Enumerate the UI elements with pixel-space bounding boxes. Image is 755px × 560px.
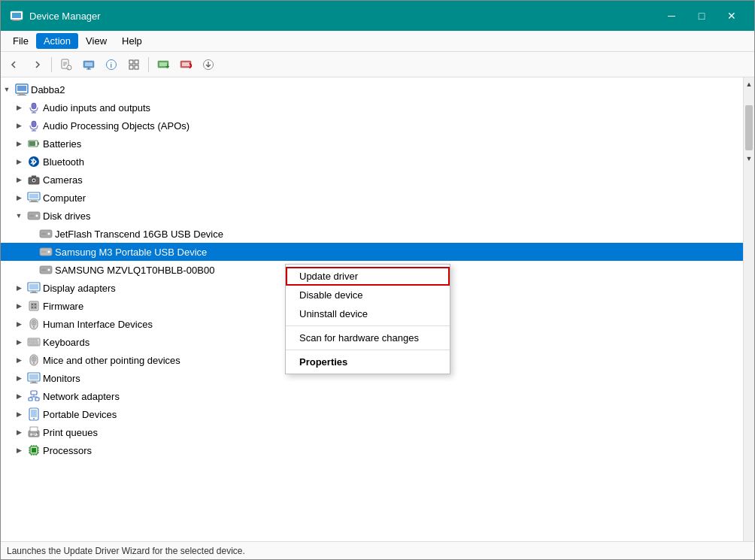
svg-rect-79 — [34, 340, 35, 341]
tree-root[interactable]: ▼ Dabba2 — [1, 80, 743, 98]
add-button[interactable]: + — [153, 55, 174, 74]
ctx-properties[interactable]: Properties — [286, 353, 450, 371]
update-driver-button[interactable] — [78, 55, 99, 74]
info-button[interactable]: i — [101, 55, 122, 74]
svg-rect-11 — [85, 62, 92, 66]
scrollbar[interactable]: ▲ ▼ — [743, 77, 754, 541]
root-toggle[interactable]: ▼ — [1, 86, 13, 93]
svg-rect-105 — [30, 427, 38, 431]
firmware-toggle[interactable]: ▶ — [13, 302, 25, 310]
mice-toggle[interactable]: ▶ — [13, 356, 25, 364]
svg-rect-17 — [129, 65, 133, 69]
tree-item-computer[interactable]: ▶ Computer — [1, 189, 743, 207]
tree-item-network[interactable]: ▶ Network adapters — [1, 387, 743, 405]
svg-point-57 — [47, 250, 50, 253]
svg-rect-49 — [29, 201, 38, 202]
title-bar-left: Device Manager — [10, 9, 101, 23]
tree-item-processors[interactable]: ▶ — [1, 441, 743, 459]
svg-point-71 — [35, 307, 36, 308]
close-button[interactable]: ✕ — [718, 6, 745, 26]
tree-item-jetflash[interactable]: JetFlash Transcend 16GB USB Device — [1, 225, 743, 243]
samsung-mz-label: SAMSUNG MZVLQ1T0HBLB-00B00 — [55, 265, 214, 276]
jetflash-icon — [39, 227, 53, 241]
svg-point-103 — [33, 418, 35, 419]
menu-action[interactable]: Action — [36, 33, 78, 49]
toolbar: i i — [1, 52, 754, 77]
svg-rect-15 — [129, 60, 133, 64]
tree-item-batteries[interactable]: ▶ Batteries — [1, 135, 743, 153]
menu-bar: File Action View Help — [1, 31, 754, 52]
network-toggle[interactable]: ▶ — [13, 392, 25, 400]
status-bar: Launches the Update Driver Wizard for th… — [1, 541, 754, 559]
maximize-button[interactable]: □ — [688, 6, 715, 26]
menu-view[interactable]: View — [78, 33, 114, 49]
tree-item-print[interactable]: ▶ Print queues — [1, 423, 743, 441]
firmware-icon — [27, 299, 41, 313]
cameras-toggle[interactable]: ▶ — [13, 176, 25, 183]
bluetooth-toggle[interactable]: ▶ — [13, 158, 25, 165]
tree-item-bluetooth[interactable]: ▶ Bluetooth — [1, 153, 743, 171]
audio-proc-toggle[interactable]: ▶ — [13, 122, 25, 129]
back-button[interactable] — [4, 55, 25, 74]
svg-rect-82 — [32, 342, 36, 344]
scroll-down[interactable]: ▼ — [744, 152, 754, 165]
monitors-label: Monitors — [43, 373, 80, 384]
svg-point-45 — [33, 180, 35, 182]
svg-text:i: i — [68, 65, 69, 70]
hid-label: Human Interface Devices — [43, 319, 153, 330]
grid-button[interactable] — [123, 55, 144, 74]
tree-item-audio-io[interactable]: ▶ Audio inputs and outputs — [1, 98, 743, 117]
download-button[interactable] — [198, 55, 219, 74]
scroll-thumb[interactable] — [745, 105, 753, 150]
processors-label: Processors — [43, 445, 92, 456]
svg-rect-107 — [32, 434, 36, 434]
ctx-sep-1 — [286, 325, 450, 326]
print-toggle[interactable]: ▶ — [13, 428, 25, 436]
tree-item-cameras[interactable]: ▶ Cameras — [1, 171, 743, 189]
print-icon — [27, 425, 41, 439]
svg-rect-91 — [32, 381, 36, 383]
scroll-up[interactable]: ▲ — [744, 77, 754, 90]
svg-rect-83 — [37, 342, 38, 344]
device-manager-window: Device Manager ─ □ ✕ File Action View He… — [0, 0, 755, 560]
ctx-uninstall-device[interactable]: Uninstall device — [286, 304, 450, 323]
ctx-update-driver[interactable]: Update driver — [286, 267, 450, 286]
mice-icon — [27, 353, 41, 367]
svg-rect-78 — [32, 340, 33, 341]
tree-item-disk-drives[interactable]: ▼ Disk drives — [1, 207, 743, 225]
monitors-icon — [27, 371, 41, 385]
svg-rect-64 — [32, 291, 36, 292]
tree-item-portable[interactable]: ▶ Portable Devices — [1, 405, 743, 423]
remove-button[interactable]: ✕ — [175, 55, 196, 74]
computer-toggle[interactable]: ▶ — [13, 194, 25, 201]
display-toggle[interactable]: ▶ — [13, 284, 25, 292]
properties-button[interactable]: i — [56, 55, 77, 74]
minimize-button[interactable]: ─ — [658, 6, 685, 26]
audio-io-toggle[interactable]: ▶ — [13, 104, 25, 111]
ctx-disable-device[interactable]: Disable device — [286, 286, 450, 304]
svg-rect-47 — [29, 194, 38, 198]
svg-rect-3 — [12, 20, 21, 21]
hid-icon — [27, 317, 41, 331]
svg-point-70 — [32, 307, 33, 308]
hid-toggle[interactable]: ▶ — [13, 320, 25, 328]
ctx-scan-hardware[interactable]: Scan for hardware changes — [286, 328, 450, 347]
audio-io-icon — [27, 101, 41, 114]
menu-help[interactable]: Help — [114, 33, 150, 49]
forward-button[interactable] — [26, 55, 47, 74]
tree-item-audio-proc[interactable]: ▶ Audio Processing Objects (APOs) — [1, 117, 743, 135]
disk-drives-toggle[interactable]: ▼ — [13, 212, 25, 219]
portable-icon — [27, 407, 41, 421]
batteries-toggle[interactable]: ▶ — [13, 140, 25, 147]
svg-rect-111 — [32, 448, 36, 453]
menu-file[interactable]: File — [5, 33, 36, 49]
svg-marker-43 — [32, 176, 36, 177]
processors-toggle[interactable]: ▶ — [13, 446, 25, 454]
monitors-toggle[interactable]: ▶ — [13, 374, 25, 382]
svg-point-68 — [32, 304, 33, 305]
network-label: Network adapters — [43, 391, 120, 402]
keyboards-toggle[interactable]: ▶ — [13, 338, 25, 346]
tree-item-samsung-m3[interactable]: Samsung M3 Portable USB Device — [1, 243, 743, 261]
portable-toggle[interactable]: ▶ — [13, 410, 25, 418]
svg-rect-38 — [29, 141, 35, 146]
